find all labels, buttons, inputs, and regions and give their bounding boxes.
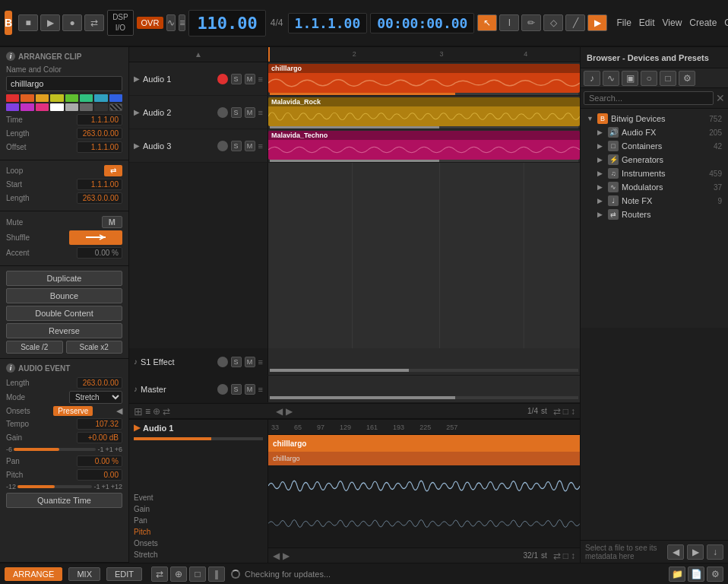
status-icon-connect[interactable]: ⇄ <box>151 567 168 582</box>
event-row-gain[interactable]: Gain <box>134 504 263 514</box>
arrange-loop-icon2[interactable]: ⇄ <box>553 406 561 417</box>
color-orange[interactable] <box>21 94 33 102</box>
status-icon-pause[interactable]: ‖ <box>208 567 225 582</box>
track-s-audio2[interactable]: S <box>231 107 242 118</box>
audio-clip-techno[interactable]: Malavida_Techno <box>268 131 580 160</box>
track-menu-icon-s1[interactable]: ≡ <box>258 357 263 367</box>
tree-item-containers[interactable]: ▶ □ Containers 42 <box>581 139 728 153</box>
browser-prev-btn[interactable]: ◀ <box>667 544 684 560</box>
position-display[interactable]: 1.1.1.00 <box>288 13 368 33</box>
color-white[interactable] <box>50 103 63 111</box>
color-cyan[interactable] <box>94 94 107 102</box>
eraser-tool[interactable]: ◇ <box>543 14 563 31</box>
tree-item-audiofx[interactable]: ▶ 🔊 Audio FX 205 <box>581 125 728 139</box>
tree-item-notefx[interactable]: ▶ ♩ Note FX 9 <box>581 194 728 208</box>
track-s-audio1[interactable]: S <box>231 74 242 84</box>
status-file-icon[interactable]: 📁 <box>669 567 685 582</box>
quantize-time-button[interactable]: Quantize Time <box>6 493 122 508</box>
menu-create[interactable]: Create <box>689 17 717 28</box>
arrange-detail-icon[interactable]: □ <box>563 406 568 417</box>
browser-tool-bars[interactable]: ▣ <box>622 71 638 86</box>
scroll-left-btn[interactable]: ◀ <box>276 406 283 417</box>
detail-expand-icon2[interactable]: ↕ <box>571 551 575 561</box>
play-button[interactable]: ▶ <box>40 14 60 31</box>
ae-onsets-button[interactable]: Preserve <box>53 406 93 416</box>
arrow-right-tool[interactable]: ▶ <box>587 14 607 31</box>
ae-onsets-arrow[interactable]: ◀ <box>116 406 122 416</box>
shuffle-button[interactable] <box>69 230 122 245</box>
track-rec-s1[interactable] <box>217 357 228 367</box>
loop-length-value[interactable]: 263.0.0.00 <box>77 192 122 204</box>
automation-btn[interactable]: ∿ <box>166 14 176 31</box>
color-magenta[interactable] <box>21 103 33 111</box>
tree-item-instruments[interactable]: ▶ ♫ Instruments 459 <box>581 167 728 180</box>
scale-2x-button[interactable]: Scale x2 <box>66 341 123 354</box>
arrange-chain-icon[interactable]: ⊕ <box>153 406 160 417</box>
arrange-grid-icon[interactable]: ⊞ <box>134 405 143 417</box>
arrange-loop-icon[interactable]: ⇄ <box>163 406 170 417</box>
gain-slider[interactable]: -6 -1 +1 +6 <box>6 446 122 453</box>
gain-track[interactable] <box>14 448 96 451</box>
detail-main-clip[interactable]: chilllargo <box>268 435 580 452</box>
ae-pan-value[interactable]: 0.00 % <box>77 455 122 467</box>
ae-gain-value[interactable]: +0.00 dB <box>77 432 122 443</box>
color-pink[interactable] <box>36 103 49 111</box>
arrange-list-icon[interactable]: ≡ <box>145 406 150 417</box>
track-menu-icon[interactable]: ≡ <box>258 75 263 84</box>
browser-search-input[interactable] <box>584 91 714 105</box>
record-button[interactable]: ● <box>62 14 82 31</box>
knife-tool[interactable]: ╱ <box>565 14 585 31</box>
track-menu-icon-master[interactable]: ≡ <box>258 385 263 394</box>
color-blue[interactable] <box>109 94 122 102</box>
detail-sub-clip[interactable]: chilllargo <box>268 452 580 465</box>
status-icon-add[interactable]: ⊕ <box>170 567 187 582</box>
tab-arrange[interactable]: ARRANGE <box>5 567 62 581</box>
color-yellow[interactable] <box>36 94 49 102</box>
scale-half-button[interactable]: Scale /2 <box>6 341 63 354</box>
browser-tool-gear[interactable]: ⚙ <box>679 71 695 86</box>
status-settings-icon[interactable]: ⚙ <box>707 567 723 582</box>
browser-tool-wave[interactable]: ∿ <box>603 71 619 86</box>
event-row-pan[interactable]: Pan <box>134 516 263 525</box>
ovr-button[interactable]: OVR <box>137 17 164 29</box>
color-lightgray[interactable] <box>65 103 78 111</box>
pencil-tool[interactable]: ✏ <box>521 14 541 31</box>
time-value[interactable]: 1.1.1.00 <box>77 114 122 125</box>
s1-vol-slider[interactable] <box>270 369 578 372</box>
tree-item-generators[interactable]: ▶ ⚡ Generators <box>581 153 728 167</box>
pitch-slider[interactable]: -12 -1 +1 +12 <box>6 483 122 490</box>
menu-file[interactable]: File <box>616 17 631 28</box>
timecode-display[interactable]: 00:00:00.00 <box>370 13 474 33</box>
bounce-button[interactable]: Bounce <box>6 288 122 303</box>
detail-loop-icon[interactable]: ⇄ <box>553 551 561 561</box>
event-row-event[interactable]: Event <box>134 493 263 503</box>
event-row-stretch[interactable]: Stretch <box>134 550 263 560</box>
event-row-pitch[interactable]: Pitch <box>134 527 263 537</box>
color-midgray[interactable] <box>80 103 93 111</box>
reverse-button[interactable]: Reverse <box>6 323 122 338</box>
length-value[interactable]: 263.0.0.00 <box>77 128 122 139</box>
color-lime[interactable] <box>50 94 63 102</box>
color-red[interactable] <box>6 94 19 102</box>
ae-mode-select[interactable]: Stretch <box>69 391 122 404</box>
tree-item-bitwig[interactable]: ▼ B Bitwig Devices 752 <box>581 112 728 125</box>
offset-value[interactable]: 1.1.1.00 <box>77 141 122 153</box>
master-vol-slider[interactable] <box>270 396 578 399</box>
status-doc-icon[interactable]: 📄 <box>688 567 704 582</box>
detail-scroll-right[interactable]: ▶ <box>283 551 290 561</box>
track-rec-master[interactable] <box>217 384 228 395</box>
browser-tool-square[interactable]: □ <box>660 71 676 86</box>
track-expand-icon3[interactable]: ▶ <box>134 141 140 150</box>
menu-view[interactable]: View <box>663 17 682 28</box>
double-content-button[interactable]: Double Content <box>6 306 122 321</box>
tempo-display[interactable]: 110.00 <box>188 10 265 36</box>
event-row-onsets[interactable]: Onsets <box>134 538 263 548</box>
detail-scroll-left[interactable]: ◀ <box>273 551 280 561</box>
browser-search-close[interactable]: ✕ <box>716 92 725 104</box>
ae-pitch-value[interactable]: 0.00 <box>77 469 122 481</box>
track-m-audio3[interactable]: M <box>245 141 255 151</box>
detail-view-icon[interactable]: □ <box>563 551 568 561</box>
color-black[interactable] <box>109 103 122 111</box>
track-menu-icon2[interactable]: ≡ <box>258 108 263 117</box>
track-menu-icon3[interactable]: ≡ <box>258 141 263 151</box>
